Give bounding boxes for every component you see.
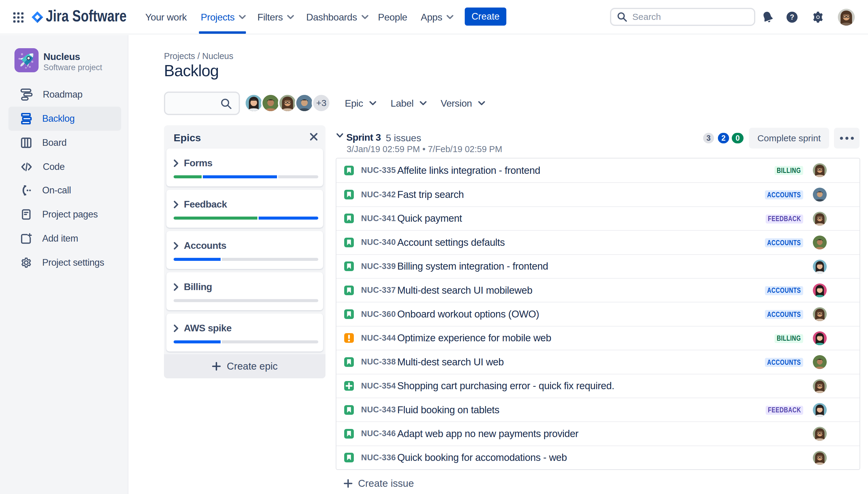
svg-text:Jira Software: Jira Software	[46, 7, 127, 25]
svg-text:?: ?	[790, 13, 794, 21]
